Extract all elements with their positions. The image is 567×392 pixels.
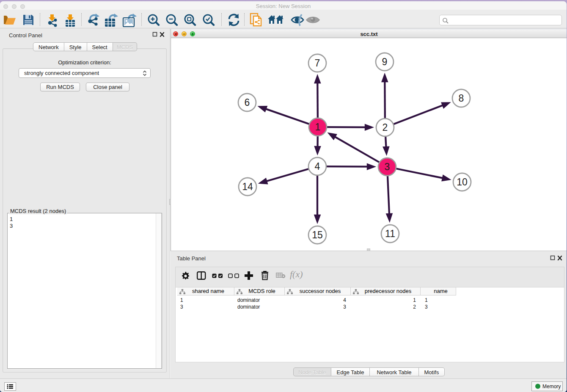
svg-text:3: 3	[385, 161, 390, 172]
svg-text:6: 6	[245, 97, 250, 108]
svg-text:15: 15	[312, 229, 323, 240]
svg-text:14: 14	[242, 181, 253, 192]
svg-text:4: 4	[315, 161, 320, 172]
svg-text:8: 8	[459, 93, 464, 104]
svg-text:9: 9	[382, 56, 388, 67]
svg-text:10: 10	[457, 177, 468, 188]
svg-text:11: 11	[385, 228, 395, 239]
svg-text:7: 7	[315, 58, 320, 69]
svg-text:Memory: Memory	[542, 384, 561, 389]
svg-text:1: 1	[315, 121, 321, 133]
svg-text:2: 2	[383, 122, 388, 133]
